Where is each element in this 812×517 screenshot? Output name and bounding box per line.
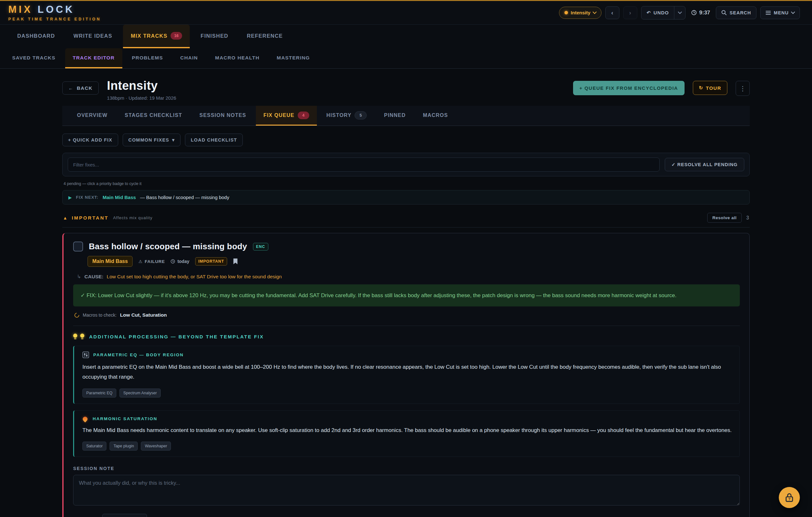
tab-history[interactable]: HISTORY 5 (319, 106, 375, 125)
fix-queue-count-badge: 4 (298, 112, 309, 119)
additional-processing-header: ADDITIONAL PROCESSING — BEYOND THE TEMPL… (73, 334, 740, 339)
lightbulb-icon (80, 334, 84, 339)
fix-next-banner[interactable]: ▶ FIX NEXT: Main Mid Bass — Bass hollow … (62, 190, 750, 204)
block-title: PARAMETRIC EQ — BODY REGION (93, 352, 184, 357)
subnav-track-editor[interactable]: TRACK EDITOR (65, 48, 122, 68)
nav-dashboard[interactable]: DASHBOARD (9, 25, 63, 48)
app-logo: MIX LOCK PEAK TIME TRANCE EDITION (8, 4, 101, 21)
block-tags: Saturator Tape plugin Waveshaper (82, 441, 732, 451)
tab-fix-queue[interactable]: FIX QUEUE 4 (256, 106, 317, 125)
resolve-all-pending-button[interactable]: ✓ RESOLVE ALL PENDING (665, 158, 744, 171)
cause-row: ↳ CAUSE: Low Cut set too high cutting th… (77, 274, 740, 280)
topbar: MIX LOCK PEAK TIME TRANCE EDITION Intens… (0, 1, 812, 25)
chevron-down-icon (791, 10, 795, 14)
history-count-badge: 5 (354, 111, 367, 119)
tab-macros[interactable]: MACROS (415, 106, 456, 125)
macros-label: Macros to check: (83, 313, 117, 318)
subnav-macro-health[interactable]: MACRO HEALTH (207, 48, 267, 68)
search-icon (721, 10, 727, 15)
play-icon: ▶ (68, 195, 72, 200)
encyclopedia-badge: ENC (253, 243, 268, 251)
page-header: ← BACK Intensity 138bpm · Updated: 19 Ma… (62, 79, 750, 100)
page-title: Intensity (107, 79, 176, 93)
back-button[interactable]: ← BACK (62, 82, 99, 94)
track-meta: 138bpm · Updated: 19 Mar 2026 (107, 95, 176, 100)
subnav-chain[interactable]: CHAIN (173, 48, 205, 68)
tab-stages-checklist[interactable]: STAGES CHECKLIST (117, 106, 190, 125)
chevron-down-icon (678, 10, 682, 14)
subnav-mastering[interactable]: MASTERING (269, 48, 318, 68)
common-fixes-dropdown[interactable]: COMMON FIXES ▾ (123, 134, 180, 146)
block-body: Insert a parametric EQ on the Main Mid B… (82, 362, 732, 382)
main-content: ← BACK Intensity 138bpm · Updated: 19 Ma… (62, 79, 750, 517)
tool-chip: Parametric EQ (82, 389, 116, 398)
queue-fix-from-encyclopedia-button[interactable]: + QUEUE FIX FROM ENCYCLOPEDIA (573, 81, 685, 95)
due-date-row: DUE DATE dd/mm/yyyy (73, 514, 740, 517)
pending-hint: 4 pending — click a priority badge to cy… (64, 181, 750, 186)
clock-icon (171, 259, 175, 264)
session-clock: 9:37 (691, 9, 710, 16)
help-lock-fab[interactable]: ? (779, 487, 800, 508)
menu-button[interactable]: MENU (760, 6, 800, 19)
menu-label: MENU (774, 10, 789, 15)
fix-toolbar: + QUICK ADD FIX COMMON FIXES ▾ LOAD CHEC… (62, 134, 750, 146)
more-options-button[interactable]: ⋮ (736, 81, 750, 96)
track-badge[interactable]: Main Mid Bass (88, 256, 133, 267)
cause-text: Low Cut set too high cutting the body, o… (107, 274, 282, 279)
tab-session-notes[interactable]: SESSION NOTES (192, 106, 254, 125)
clock-value: 9:37 (699, 9, 710, 16)
created-when: today (171, 259, 189, 264)
subnav-problems[interactable]: PROBLEMS (124, 48, 171, 68)
session-note-input[interactable] (73, 475, 740, 506)
filter-fixes-input[interactable] (68, 157, 660, 172)
fix-card-header: Bass hollow / scooped — missing body ENC (73, 241, 740, 252)
tab-overview[interactable]: OVERVIEW (69, 106, 115, 125)
priority-group-title: IMPORTANT (72, 215, 109, 221)
nav-write-ideas[interactable]: WRITE IDEAS (66, 25, 120, 48)
block-body: The Main Mid Bass needs harmonic content… (82, 426, 732, 435)
history-forward-button[interactable]: › (623, 6, 637, 19)
nav-reference[interactable]: REFERENCE (239, 25, 291, 48)
logo-mix: MIX (8, 4, 33, 15)
fix-next-track: Main Mid Bass (103, 195, 136, 200)
priority-triangle-icon: ▲ (63, 216, 67, 221)
hamburger-icon (766, 11, 771, 15)
flame-icon (82, 416, 88, 423)
nav-finished[interactable]: FINISHED (193, 25, 236, 48)
search-button[interactable]: SEARCH (716, 6, 756, 19)
fix-checkbox[interactable] (73, 241, 83, 252)
quick-add-fix-button[interactable]: + QUICK ADD FIX (62, 134, 118, 146)
processing-block-harmonic-saturation: HARMONIC SATURATION The Main Mid Bass ne… (73, 410, 740, 457)
subnav-saved-tracks[interactable]: SAVED TRACKS (4, 48, 63, 68)
macros-row: Macros to check: Low Cut, Saturation (75, 312, 740, 318)
bookmark-icon[interactable] (233, 258, 238, 265)
undo-icon: ↶ (646, 10, 651, 16)
app-root: MIX LOCK PEAK TIME TRANCE EDITION Intens… (0, 0, 812, 517)
knobs-icon (82, 351, 89, 358)
group-count: 3 (746, 215, 749, 221)
nav-mix-tracks[interactable]: MIX TRACKS 16 (123, 25, 190, 48)
macro-icon (74, 312, 80, 319)
due-date-input[interactable]: dd/mm/yyyy (102, 514, 147, 517)
tool-chip: Waveshaper (141, 441, 171, 451)
undo-button[interactable]: ↶ UNDO (641, 6, 674, 19)
group-resolve-all-button[interactable]: Resolve all (707, 213, 742, 223)
topbar-controls: Intensity ‹ › ↶ UNDO 9:37 (559, 6, 800, 20)
svg-text:?: ? (788, 497, 790, 501)
tour-button[interactable]: ↻ TOUR (693, 81, 727, 95)
macros-value: Low Cut, Saturation (120, 312, 167, 318)
logo-title: MIX LOCK (8, 4, 101, 15)
block-title: HARMONIC SATURATION (93, 417, 157, 421)
lock-question-icon: ? (784, 492, 795, 503)
cause-arrow-icon: ↳ (77, 274, 81, 279)
load-checklist-button[interactable]: LOAD CHECKLIST (185, 134, 243, 146)
priority-badge[interactable]: IMPORTANT (195, 257, 227, 265)
failure-flag: ⚠ FAILURE (138, 259, 165, 264)
secondary-nav: SAVED TRACKS TRACK EDITOR PROBLEMS CHAIN… (0, 48, 812, 69)
title-block: Intensity 138bpm · Updated: 19 Mar 2026 (107, 79, 176, 100)
current-track-selector[interactable]: Intensity (559, 7, 602, 19)
tab-pinned[interactable]: PINNED (376, 106, 413, 125)
undo-split-button: ↶ UNDO (641, 6, 686, 20)
history-back-button[interactable]: ‹ (605, 6, 619, 19)
undo-dropdown-button[interactable] (674, 6, 685, 19)
